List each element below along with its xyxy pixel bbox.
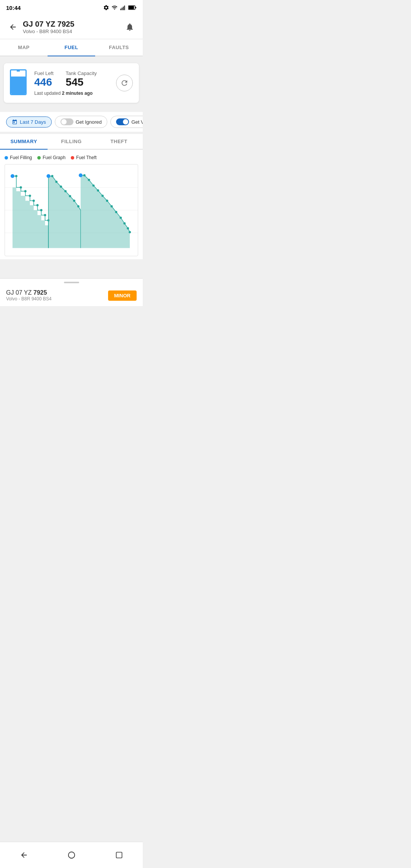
bottom-vehicle-model: Volvo - B8R 9400 BS4 bbox=[6, 296, 51, 302]
legend-dot-blue bbox=[5, 156, 8, 160]
chart-section: Fuel Filling Fuel Graph Fuel Theft bbox=[0, 150, 143, 259]
get-ignored-filter[interactable]: Get Ignored bbox=[55, 116, 108, 128]
svg-point-31 bbox=[79, 174, 83, 177]
fuel-card: Fuel Left 446 Tank Capacity 545 Last upd… bbox=[4, 63, 139, 103]
svg-point-13 bbox=[20, 186, 22, 188]
legend-dot-red bbox=[71, 156, 74, 160]
svg-point-43 bbox=[129, 231, 131, 233]
bottom-vehicle-info: GJ 07 YZ 7925 Volvo - B8R 9400 BS4 bbox=[6, 289, 51, 302]
svg-point-28 bbox=[73, 199, 75, 202]
get-ignored-toggle[interactable] bbox=[61, 118, 73, 125]
svg-rect-3 bbox=[124, 6, 125, 10]
sub-tab-summary[interactable]: SUMMARY bbox=[0, 134, 48, 149]
svg-point-36 bbox=[102, 195, 104, 197]
minor-badge[interactable]: MINOR bbox=[108, 290, 137, 301]
svg-point-23 bbox=[51, 175, 53, 177]
svg-point-41 bbox=[123, 222, 126, 225]
svg-point-19 bbox=[44, 214, 46, 216]
fuel-left-label: Fuel Left bbox=[34, 70, 54, 76]
svg-marker-10 bbox=[13, 176, 48, 248]
main-tabs: MAP FUEL FAULTS bbox=[0, 39, 143, 56]
svg-rect-6 bbox=[135, 7, 136, 8]
svg-point-11 bbox=[11, 174, 14, 178]
fuel-left-value: 446 bbox=[34, 76, 54, 88]
svg-point-22 bbox=[46, 174, 50, 178]
legend-dot-green bbox=[37, 156, 41, 160]
svg-point-37 bbox=[106, 199, 108, 202]
get-vehicle-label: Get Ve... bbox=[131, 119, 143, 125]
legend-label-graph: Fuel Graph bbox=[43, 155, 65, 160]
refresh-button[interactable] bbox=[116, 75, 133, 91]
svg-point-33 bbox=[88, 179, 90, 181]
status-bar: 10:44 bbox=[0, 0, 143, 15]
svg-point-16 bbox=[33, 199, 35, 202]
chart-svg bbox=[5, 164, 138, 256]
svg-rect-0 bbox=[120, 9, 121, 10]
svg-point-17 bbox=[37, 204, 39, 206]
svg-point-42 bbox=[127, 227, 129, 230]
status-icons bbox=[103, 5, 137, 11]
svg-point-34 bbox=[92, 184, 95, 187]
wifi-icon bbox=[112, 5, 118, 11]
svg-marker-30 bbox=[81, 176, 130, 248]
fuel-gauge-icon bbox=[10, 69, 30, 97]
tank-capacity-value: 545 bbox=[66, 76, 97, 88]
filter-bar: Last 7 Days Get Ignored Get Ve... bbox=[0, 112, 143, 132]
date-range-label: Last 7 Days bbox=[20, 119, 46, 125]
legend-fuel-filling: Fuel Filling bbox=[5, 155, 32, 160]
svg-point-26 bbox=[64, 190, 67, 192]
svg-marker-21 bbox=[48, 176, 81, 248]
fuel-updated: Last updated 2 minutes ago bbox=[34, 91, 112, 96]
bottom-vehicle-id: GJ 07 YZ 7925 bbox=[6, 289, 51, 296]
legend-fuel-graph: Fuel Graph bbox=[37, 155, 65, 160]
tank-capacity-label: Tank Capacity bbox=[66, 70, 97, 76]
notification-button[interactable] bbox=[123, 20, 137, 34]
sub-tab-theft[interactable]: THEFT bbox=[95, 134, 143, 149]
svg-point-15 bbox=[29, 195, 31, 197]
battery-icon bbox=[128, 5, 137, 10]
fuel-info: Fuel Left 446 Tank Capacity 545 Last upd… bbox=[34, 70, 112, 96]
svg-point-14 bbox=[24, 190, 27, 192]
signal-icon bbox=[120, 5, 126, 11]
svg-point-32 bbox=[83, 174, 86, 177]
fuel-chart bbox=[5, 164, 138, 256]
get-vehicle-toggle[interactable] bbox=[116, 118, 129, 125]
svg-point-25 bbox=[60, 185, 62, 188]
legend-label-theft: Fuel Theft bbox=[76, 155, 97, 160]
sub-tab-filling[interactable]: FILLING bbox=[48, 134, 95, 149]
tab-faults[interactable]: FAULTS bbox=[95, 39, 143, 56]
svg-point-29 bbox=[77, 205, 80, 207]
svg-point-38 bbox=[110, 205, 113, 207]
svg-point-35 bbox=[97, 189, 99, 191]
svg-rect-2 bbox=[123, 6, 124, 10]
sub-tabs: SUMMARY FILLING THEFT bbox=[0, 134, 143, 150]
back-button[interactable] bbox=[6, 20, 20, 34]
panel-handle bbox=[64, 282, 79, 283]
svg-rect-1 bbox=[122, 8, 123, 10]
tab-fuel[interactable]: FUEL bbox=[48, 39, 95, 56]
bottom-panel: GJ 07 YZ 7925 Volvo - B8R 9400 BS4 MINOR bbox=[0, 278, 143, 306]
svg-point-40 bbox=[119, 217, 122, 219]
settings-icon bbox=[103, 5, 109, 11]
tab-map[interactable]: MAP bbox=[0, 39, 48, 56]
svg-point-39 bbox=[115, 211, 117, 213]
calendar-icon bbox=[12, 119, 18, 125]
get-vehicle-filter[interactable]: Get Ve... bbox=[110, 116, 143, 128]
chart-legend: Fuel Filling Fuel Graph Fuel Theft bbox=[5, 155, 138, 160]
legend-label-filling: Fuel Filling bbox=[10, 155, 32, 160]
legend-fuel-theft: Fuel Theft bbox=[71, 155, 97, 160]
svg-point-27 bbox=[69, 195, 71, 197]
get-ignored-label: Get Ignored bbox=[76, 119, 102, 125]
vehicle-model: Volvo - B8R 9400 BS4 bbox=[23, 29, 123, 34]
svg-point-24 bbox=[55, 180, 57, 183]
header-title: GJ 07 YZ 7925 Volvo - B8R 9400 BS4 bbox=[20, 20, 123, 34]
header: GJ 07 YZ 7925 Volvo - B8R 9400 BS4 bbox=[0, 15, 143, 39]
svg-point-12 bbox=[15, 175, 18, 177]
status-time: 10:44 bbox=[6, 5, 21, 11]
svg-point-18 bbox=[40, 209, 42, 211]
vehicle-id: GJ 07 YZ 7925 bbox=[23, 20, 123, 29]
date-range-filter[interactable]: Last 7 Days bbox=[6, 116, 52, 128]
svg-rect-5 bbox=[129, 6, 134, 9]
